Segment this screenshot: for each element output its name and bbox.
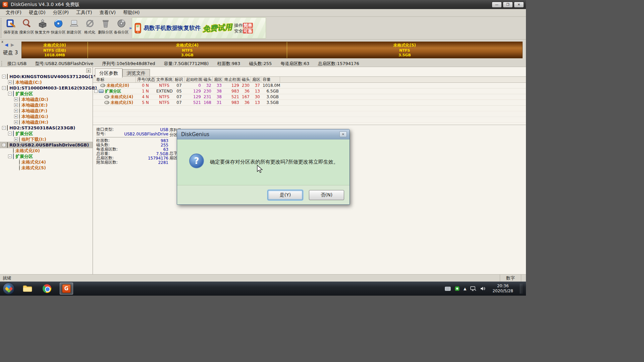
expander-icon[interactable]: + bbox=[14, 98, 18, 101]
delete-partition-button[interactable]: 删除分区 bbox=[98, 17, 113, 39]
taskbar-chrome-button[interactable] bbox=[40, 283, 54, 295]
cell-id: 07 bbox=[173, 95, 185, 99]
tree-item-unformatted5[interactable]: 未格式化(5) bbox=[0, 165, 93, 171]
next-disk-arrow[interactable]: ▶ bbox=[11, 42, 15, 47]
recover-files-button[interactable]: 恢复文件 bbox=[35, 17, 50, 39]
expander-icon[interactable]: - bbox=[94, 89, 98, 93]
start-button[interactable] bbox=[3, 283, 15, 295]
tree-item-hd0[interactable]: -HD0:KINGSTONSUV400S37120G(112GB) bbox=[0, 74, 93, 79]
toolbar-overflow-chevron[interactable]: » bbox=[129, 17, 132, 39]
yes-button[interactable]: 是(Y) bbox=[268, 190, 303, 200]
table-row[interactable]: 未格式化(0) 0 N NTFS 07 0 32 33 129 230 37 1… bbox=[93, 83, 526, 88]
table-row[interactable]: 未格式化(5) 5 N NTFS 07 521 168 31 983 36 13… bbox=[93, 100, 526, 106]
backup-partition-icon bbox=[116, 18, 126, 28]
menu-disk[interactable]: 硬盘(D) bbox=[25, 9, 49, 16]
partition-segment[interactable]: 未格式化(4) NTFS 3.0GB bbox=[88, 42, 287, 58]
expander-icon[interactable]: + bbox=[14, 115, 18, 118]
backup-partition-button[interactable]: 备份分区 bbox=[113, 17, 129, 39]
dialog-button-row: 是(Y) 否(N) bbox=[177, 185, 350, 204]
format-button[interactable]: 格式化 bbox=[82, 17, 98, 39]
expander-icon[interactable]: - bbox=[8, 92, 12, 96]
expander-icon[interactable]: - bbox=[2, 126, 6, 130]
col-end-head: 磁头 bbox=[240, 77, 251, 82]
cell-start-sector: 38 bbox=[213, 95, 223, 99]
expander-icon[interactable]: + bbox=[14, 103, 18, 107]
cell-end-head: 36 bbox=[240, 100, 251, 105]
cell-end-sector: 37 bbox=[251, 83, 261, 88]
partition-name: 未格式化(5) bbox=[393, 43, 416, 48]
tree-item-g[interactable]: +本地磁盘(G:) bbox=[0, 114, 93, 119]
tab-partition-params[interactable]: 分区参数 bbox=[95, 68, 122, 78]
volume-icon[interactable] bbox=[480, 286, 486, 291]
antivirus-tray-icon[interactable] bbox=[455, 286, 460, 291]
volume-icon bbox=[100, 84, 105, 87]
expander-icon[interactable]: + bbox=[8, 80, 12, 84]
ad-banner[interactable]: 易数手机数据恢复软件 免费试用 操作简单 安全可靠 bbox=[132, 17, 266, 39]
menu-view[interactable]: 查看(V) bbox=[96, 9, 120, 16]
tree-item-e[interactable]: +本地磁盘(E:) bbox=[0, 102, 93, 108]
tree-item-c[interactable]: +本地磁盘(C:) bbox=[0, 79, 93, 85]
menu-tools[interactable]: 工具(T) bbox=[72, 9, 96, 16]
tree-close-button[interactable]: x bbox=[86, 68, 91, 73]
show-desktop-button[interactable] bbox=[520, 284, 523, 294]
toolbar-button-label: 备份分区 bbox=[114, 30, 129, 35]
folder-icon bbox=[23, 285, 32, 292]
restore-button[interactable]: ❐ bbox=[503, 2, 513, 8]
expander-icon[interactable]: + bbox=[14, 120, 18, 124]
table-row[interactable]: -扩展分区 1 N EXTEND 05 129 230 38 983 36 13… bbox=[93, 88, 526, 94]
table-row[interactable]: 未格式化(4) 4 N NTFS 07 129 231 38 521 167 3… bbox=[93, 94, 526, 100]
input-method-icon[interactable] bbox=[445, 287, 451, 291]
tree-item-f[interactable]: +本地磁盘(F:) bbox=[0, 108, 93, 114]
menu-help[interactable]: 帮助(H) bbox=[119, 9, 143, 16]
detail-value: 255 bbox=[131, 143, 168, 147]
taskbar-explorer-button[interactable] bbox=[21, 283, 34, 295]
diskbar-close-button[interactable]: x bbox=[1, 40, 3, 44]
new-partition-button[interactable]: 新建分区 bbox=[66, 17, 82, 39]
quick-partition-button[interactable]: 快速分区 bbox=[50, 17, 66, 39]
tree-item-extended[interactable]: -扩展分区 bbox=[0, 91, 93, 97]
taskbar-clock[interactable]: 20:36 2020/5/28 bbox=[490, 284, 516, 294]
tree-item-h[interactable]: +本地磁盘(H:) bbox=[0, 119, 93, 125]
menu-file[interactable]: 文件(F) bbox=[2, 9, 25, 16]
no-button[interactable]: 否(N) bbox=[309, 190, 344, 200]
expander-icon[interactable]: - bbox=[2, 86, 6, 90]
expander-icon[interactable]: + bbox=[14, 137, 18, 141]
expander-icon[interactable]: - bbox=[2, 75, 6, 78]
search-partition-button[interactable]: 搜索分区 bbox=[19, 17, 35, 39]
menu-partition[interactable]: 分区(P) bbox=[49, 9, 72, 16]
tree-item-rd3-selected[interactable]: -RD3:USB2.0USBFlashDrive(8GB) bbox=[0, 142, 93, 148]
partition-size: 1018.0MB bbox=[44, 53, 65, 58]
expander-icon[interactable]: - bbox=[8, 155, 12, 158]
dialog-close-button[interactable]: ✕ bbox=[339, 131, 347, 137]
expander-icon[interactable]: + bbox=[14, 109, 18, 113]
cell-capacity: 3.5GB bbox=[261, 100, 280, 105]
taskbar-diskgenius-button[interactable]: G bbox=[60, 283, 73, 295]
tree-item-hd1[interactable]: -HD1:ST1000DM003-1ER162(932GB) bbox=[0, 85, 93, 91]
tree-item-unformatted0[interactable]: 未格式化(0) bbox=[0, 148, 93, 154]
tree-item-extended[interactable]: -扩展分区 bbox=[0, 131, 93, 136]
col-start-sector: 扇区 bbox=[213, 77, 223, 82]
partition-segment[interactable]: 未格式化(0) NTFS (活动) 1018.0MB bbox=[22, 42, 88, 58]
tree-item-extended[interactable]: -扩展分区 bbox=[0, 154, 93, 159]
tree-item-unformatted4[interactable]: 未格式化(4) bbox=[0, 159, 93, 165]
tree-item-hd2[interactable]: -HD2:ST3250318AS(233GB) bbox=[0, 125, 93, 131]
tree-item-d[interactable]: +本地磁盘(D:) bbox=[0, 97, 93, 102]
info-heads: 磁头数:255 bbox=[249, 61, 272, 67]
partition-segment[interactable]: 未格式化(5) NTFS 3.5GB bbox=[287, 42, 522, 58]
expander-icon[interactable]: - bbox=[8, 132, 12, 135]
detail-label: 型号: bbox=[96, 131, 124, 137]
detail-value: 63 bbox=[131, 147, 168, 152]
close-button[interactable]: ✕ bbox=[514, 2, 524, 8]
expander-icon[interactable]: - bbox=[2, 143, 6, 147]
save-changes-button[interactable]: 保存更改 bbox=[3, 17, 19, 39]
tree-item-i[interactable]: +临时下载(I:) bbox=[0, 136, 93, 142]
detail-label: 附加扇区数: bbox=[96, 160, 131, 165]
tray-expand-icon[interactable]: ▲ bbox=[464, 287, 466, 291]
prev-disk-arrow[interactable]: ◀ bbox=[5, 42, 9, 47]
network-icon[interactable] bbox=[470, 286, 476, 291]
cell-seq: 4 N bbox=[136, 95, 155, 99]
minimize-button[interactable]: — bbox=[492, 2, 502, 8]
ad-tag2-plain: 安全 bbox=[234, 28, 243, 34]
expander-icon bbox=[14, 166, 18, 170]
disk-info-line: 接口:USB 型号:USB2.0USBFlashDrive 序列号:10e5b9… bbox=[0, 60, 526, 67]
